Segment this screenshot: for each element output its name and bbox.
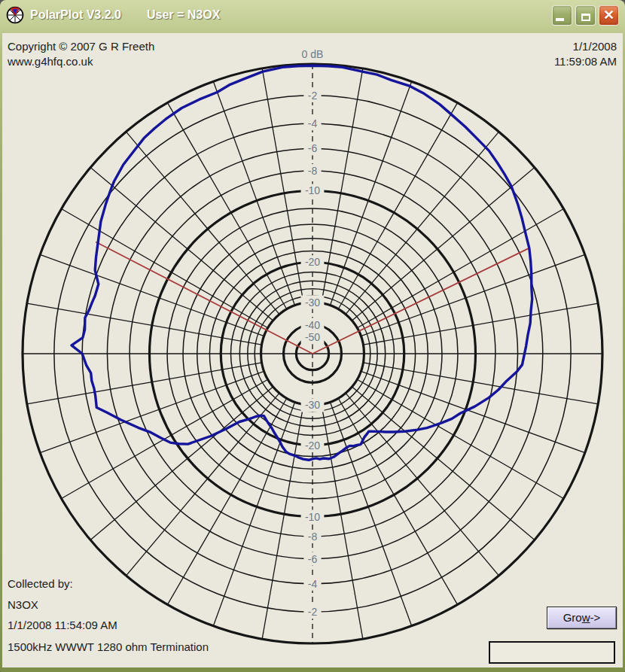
window-title: PolarPlot V3.2.0 xyxy=(30,8,121,22)
svg-text:-40: -40 xyxy=(305,319,320,331)
polarplot-window: PolarPlot V3.2.0 User = N3OX ✕ 0 dB-2-4-… xyxy=(0,0,625,672)
svg-text:-30: -30 xyxy=(305,399,320,411)
svg-text:-8: -8 xyxy=(308,165,318,177)
collected-by-label: Collected by: xyxy=(8,576,73,591)
copyright-text: Copyright © 2007 G R Freeth www.g4hfq.co… xyxy=(8,39,154,69)
maximize-button[interactable] xyxy=(575,5,596,26)
svg-text:-6: -6 xyxy=(308,553,318,565)
app-icon xyxy=(6,6,24,24)
svg-text:-10: -10 xyxy=(305,184,320,196)
collected-by-value: N3OX xyxy=(8,598,38,613)
svg-text:-20: -20 xyxy=(305,439,320,452)
result-box xyxy=(489,641,615,664)
svg-text:0 dB: 0 dB xyxy=(302,48,324,60)
close-button[interactable]: ✕ xyxy=(599,5,619,26)
current-time: 11:59:08 AM xyxy=(554,54,617,69)
maximize-icon xyxy=(581,14,590,21)
measurement-description: 1500kHz WWWT 1280 ohm Termination xyxy=(8,640,209,655)
grow-button-arrow: -> xyxy=(590,611,601,624)
svg-text:-2: -2 xyxy=(308,90,318,102)
current-date: 1/1/2008 xyxy=(554,39,617,54)
svg-text:-4: -4 xyxy=(308,117,318,129)
svg-text:-50: -50 xyxy=(305,331,320,343)
svg-text:-6: -6 xyxy=(308,142,318,154)
minimize-button[interactable] xyxy=(552,5,572,26)
grow-button-label: Gro xyxy=(563,611,582,624)
minimize-icon xyxy=(556,18,564,21)
copyright-line1: Copyright © 2007 G R Freeth xyxy=(8,39,154,54)
collection-timestamp: 1/1/2008 11:54:09 AM xyxy=(8,618,117,633)
svg-text:-10: -10 xyxy=(305,511,320,523)
svg-text:-4: -4 xyxy=(308,578,318,590)
db-axis-labels: 0 dB-2-4-6-8-10-20-30-40-50-30-20-10-8-6… xyxy=(298,47,327,619)
grow-button-accel: w xyxy=(582,611,590,624)
client-area: 0 dB-2-4-6-8-10-20-30-40-50-30-20-10-8-6… xyxy=(2,33,623,667)
svg-text:-2: -2 xyxy=(308,606,318,618)
copyright-url: www.g4hfq.co.uk xyxy=(8,54,154,69)
close-icon: ✕ xyxy=(603,8,614,22)
current-datetime: 1/1/2008 11:59:08 AM xyxy=(554,39,617,69)
svg-text:-20: -20 xyxy=(305,256,320,268)
titlebar[interactable]: PolarPlot V3.2.0 User = N3OX ✕ xyxy=(0,0,625,33)
svg-text:-8: -8 xyxy=(308,531,318,543)
grow-button[interactable]: Grow-> xyxy=(547,607,617,629)
svg-text:-30: -30 xyxy=(305,296,320,309)
polar-plot-canvas: 0 dB-2-4-6-8-10-20-30-40-50-30-20-10-8-6… xyxy=(2,33,623,667)
window-user-label: User = N3OX xyxy=(147,8,220,22)
